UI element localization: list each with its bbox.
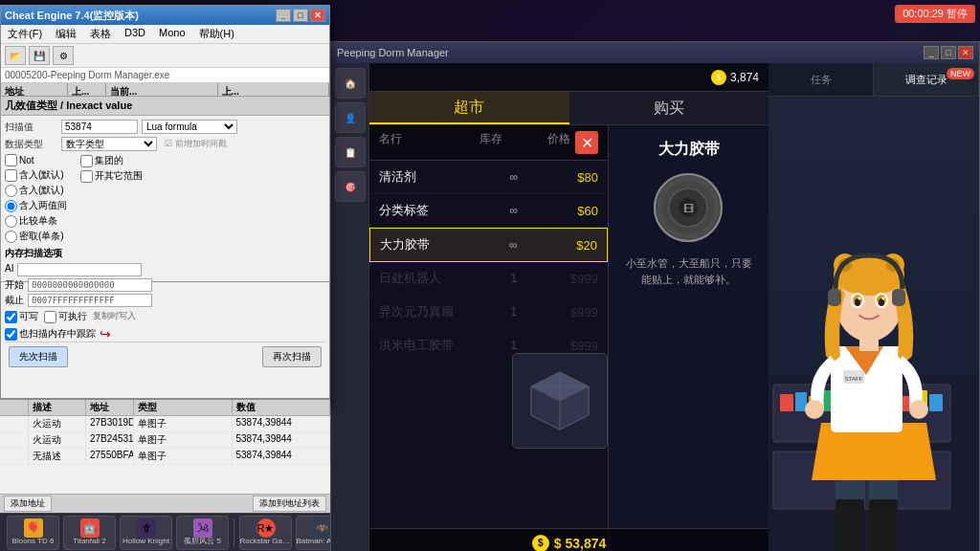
sidebar-icon-3[interactable]: 📋 — [335, 137, 366, 167]
svg-rect-26 — [929, 394, 943, 411]
mem-from-input[interactable] — [17, 263, 142, 276]
mem-scan-label: 内存扫描选项 — [5, 247, 325, 260]
row-flag — [0, 432, 29, 448]
first-scan-btn[interactable]: 先次扫描 — [9, 346, 68, 367]
item-row-tape[interactable]: 大力胶带 ∞ $20 — [369, 228, 608, 262]
row-addr: 27550BFA160 — [86, 449, 134, 464]
opt-not[interactable]: Not — [5, 154, 67, 166]
also-scan-cb[interactable]: 也扫描内存中跟踪 — [5, 327, 96, 341]
item-name: 日处机器人 — [379, 270, 487, 287]
opt-group[interactable]: 集团的 — [80, 154, 143, 167]
row-type: 单图子 — [134, 432, 233, 448]
ce-maximize-btn[interactable]: □ — [293, 9, 308, 22]
item-row-robot[interactable]: 日处机器人 1 $999 — [369, 262, 608, 296]
shop-tab-market[interactable]: 超市 — [369, 92, 569, 124]
row-type: 单图子 — [134, 449, 233, 464]
ce-bottom-header: 描述 地址 类型 数值 — [0, 400, 330, 416]
menu-table[interactable]: 表格 — [87, 26, 114, 42]
menu-edit[interactable]: 编辑 — [53, 26, 79, 42]
mem-to-hex[interactable] — [28, 294, 152, 307]
scan-cursor-icon: ↪ — [100, 326, 111, 342]
taskbar-item-titanfall[interactable]: 🤖 Titanfall 2 — [63, 516, 116, 550]
opt-range[interactable]: 开其它范围 — [80, 169, 143, 183]
ce-bth-val: 数值 — [233, 400, 331, 415]
menu-help[interactable]: 帮助(H) — [196, 26, 237, 42]
exec-cb[interactable]: 可执行 — [44, 310, 87, 323]
next-scan-btn[interactable]: 再次扫描 — [262, 346, 322, 367]
desktop: Cheat Engine 7.4(监控版本) _ □ ✕ 文件(F) 编辑 表格… — [0, 0, 980, 551]
scan-value-input[interactable] — [61, 120, 138, 134]
item-price: $60 — [541, 204, 598, 218]
svg-rect-17 — [780, 394, 793, 411]
row-val: 53874,39844 — [233, 449, 331, 464]
add-to-list-btn[interactable]: 添加到地址列表 — [253, 496, 326, 512]
scan-dtype-row: 数据类型 数字类型 ☑ 前增加时间戳 — [5, 137, 325, 151]
item-detail-image: 🎞 — [651, 169, 727, 246]
opt-default2[interactable]: 含入(默认) — [5, 184, 67, 197]
scan-value-label: 扫描值 — [5, 121, 57, 134]
opt-default1[interactable]: 含入(默认) — [5, 168, 67, 182]
list-item[interactable]: 火运动 27B24531E00 单图子 53874,39844 — [0, 432, 330, 449]
tape-icon-svg: 🎞 — [653, 172, 724, 244]
shop-close-btn[interactable]: ✕ — [575, 131, 598, 154]
ce-bth-desc: 描述 — [29, 400, 86, 415]
svg-point-51 — [805, 400, 824, 419]
wind-icon: 🌬 — [193, 518, 212, 538]
taskbar-item-rockstar[interactable]: R★ Rockstar Games — [239, 516, 292, 550]
row-val: 53874,39844 — [233, 416, 331, 431]
ce-toolbar: 📂 💾 ⚙ — [1, 44, 329, 68]
game-minimize[interactable]: _ — [924, 46, 939, 59]
shop-tab-buy[interactable]: 购买 — [569, 92, 769, 124]
game-maximize[interactable]: □ — [941, 46, 956, 59]
opt-between[interactable]: 含入两值间 — [5, 199, 67, 212]
shop-bg-box — [512, 353, 608, 449]
item-stock: ∞ — [487, 170, 541, 184]
money-value: $ 53,874 — [554, 536, 607, 551]
game-title: Peeping Dorm Manager — [337, 47, 449, 58]
writable-cb[interactable]: 可写 — [5, 310, 38, 323]
ce-bottom-footer: 添加地址 添加到地址列表 — [0, 494, 330, 513]
item-name: 分类标签 — [379, 202, 487, 219]
tool-save[interactable]: 💾 — [29, 46, 50, 65]
sidebar-icon-2[interactable]: 👤 — [335, 102, 366, 133]
opt-single[interactable]: 比较单条 — [5, 214, 67, 228]
opt-copy[interactable]: 密取(单条) — [5, 230, 67, 243]
ce-minimize-btn[interactable]: _ — [276, 9, 291, 22]
row-flag — [0, 449, 29, 464]
taskbar-item-wind[interactable]: 🌬 孤胆风云 5 — [176, 516, 229, 550]
scan-dtype-select[interactable]: 数字类型 — [61, 137, 157, 151]
batman-icon: 🦇 — [313, 518, 332, 538]
taskbar-item-hollow[interactable]: 🗡 Hollow Knight — [120, 516, 172, 550]
item-price: $999 — [541, 272, 598, 286]
menu-d3d[interactable]: D3D — [122, 26, 148, 42]
scan-type-select[interactable]: Lua formula — [142, 120, 237, 134]
ce-bottom-panel: 描述 地址 类型 数值 火运动 27B3019DF08 单图子 53874,39… — [0, 398, 330, 513]
sidebar-icon-1[interactable]: 🏠 — [335, 68, 366, 99]
menu-file[interactable]: 文件(F) — [5, 26, 45, 42]
ce-close-btn[interactable]: ✕ — [310, 9, 325, 22]
svg-rect-30 — [869, 499, 898, 551]
character-display: STAFF — [768, 88, 979, 551]
list-item[interactable]: 火运动 27B3019DF08 单图子 53874,39844 — [0, 416, 330, 432]
taskbar-item-bloons[interactable]: 🎈 Bloons TD 6 — [7, 516, 59, 550]
tool-open[interactable]: 📂 — [5, 46, 26, 65]
item-row-tags[interactable]: 分类标签 ∞ $60 — [369, 194, 608, 228]
list-item[interactable]: 无描述 27550BFA160 单图子 53874,39844 — [0, 449, 330, 465]
tool-config[interactable]: ⚙ — [53, 46, 74, 65]
hollow-label: Hollow Knight — [122, 538, 169, 546]
mem-from-hex[interactable] — [28, 278, 152, 292]
add-address-btn[interactable]: 添加地址 — [4, 496, 52, 512]
game-titlebar: Peeping Dorm Manager _ □ ✕ — [331, 42, 979, 63]
item-row-dimension[interactable]: 异次元乃真瘤 1 $999 — [369, 296, 608, 329]
scan-panel-body: 扫描值 Lua formula 数据类型 数字类型 ☑ 前增加时间戳 Not 含… — [1, 116, 329, 375]
bloons-label: Bloons TD 6 — [12, 538, 55, 546]
item-name: 异次元乃真瘤 — [379, 303, 487, 320]
item-row-cleanser[interactable]: 清活剂 ∞ $80 — [369, 161, 608, 194]
row-type: 单图子 — [134, 416, 233, 431]
row-val: 53874,39844 — [233, 432, 331, 448]
game-window: Peeping Dorm Manager _ □ ✕ 🏠 👤 📋 🎯 $ — [330, 41, 980, 551]
item-price: $80 — [541, 170, 598, 185]
game-close[interactable]: ✕ — [958, 46, 973, 59]
sidebar-icon-4[interactable]: 🎯 — [335, 171, 366, 202]
menu-mono[interactable]: Mono — [156, 26, 189, 42]
